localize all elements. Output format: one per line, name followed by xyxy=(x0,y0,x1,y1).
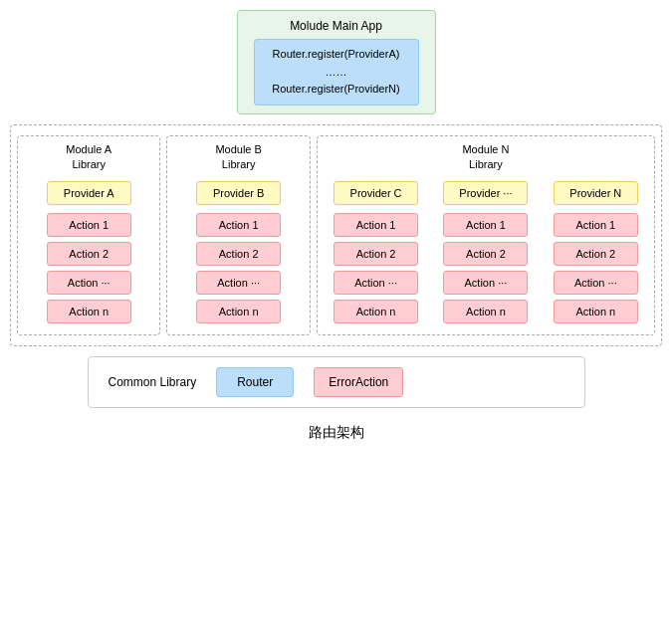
error-action-box: ErrorAction xyxy=(314,367,403,397)
provider-c-box: Provider C xyxy=(334,181,418,205)
provider-n-col: Provider N Action 1 Action 2 Action ··· … xyxy=(544,181,648,328)
module-b-action2: Action 2 xyxy=(196,242,281,266)
modules-section: Module ALibrary Provider A Action 1 Acti… xyxy=(10,124,662,346)
module-a-title: Module ALibrary xyxy=(66,142,112,173)
provider-dots-col: Provider ··· Action 1 Action 2 Action ··… xyxy=(433,181,538,328)
module-a-action2: Action 2 xyxy=(47,242,131,266)
router-box: Router xyxy=(216,367,294,397)
module-a-action-n: Action n xyxy=(47,300,131,323)
module-b-action-n: Action n xyxy=(196,300,281,323)
provider-c-action2: Action 2 xyxy=(334,242,418,266)
module-b-action-dots: Action ··· xyxy=(196,271,281,295)
provider-n-box: Provider N xyxy=(554,181,638,205)
provider-n-action2: Action 2 xyxy=(554,242,638,266)
provider-dots-action-n: Action n xyxy=(443,300,528,323)
provider-c-action-dots: Action ··· xyxy=(334,271,418,295)
module-n-providers: Provider C Action 1 Action 2 Action ··· … xyxy=(324,181,648,328)
provider-n-action1: Action 1 xyxy=(554,213,638,237)
common-library-label: Common Library xyxy=(109,375,197,389)
provider-c-action1: Action 1 xyxy=(334,213,418,237)
provider-dots-action-dots: Action ··· xyxy=(443,271,528,295)
module-b-title: Module BLibrary xyxy=(215,142,261,173)
router-register-a: Router.register(ProviderA) xyxy=(265,46,408,64)
common-library-section: Common Library Router ErrorAction xyxy=(88,356,585,408)
provider-c-col: Provider C Action 1 Action 2 Action ··· … xyxy=(324,181,428,328)
module-a-library: Module ALibrary Provider A Action 1 Acti… xyxy=(17,135,160,335)
module-a-action1: Action 1 xyxy=(47,213,131,237)
main-app-inner: Router.register(ProviderA) …… Router.reg… xyxy=(254,39,419,105)
provider-c-action-n: Action n xyxy=(334,300,418,323)
module-n-library: Module NLibrary Provider C Action 1 Acti… xyxy=(317,135,655,335)
main-app-container: Molude Main App Router.register(Provider… xyxy=(237,10,436,114)
main-app-box: Molude Main App Router.register(Provider… xyxy=(237,10,436,114)
provider-dots-box: Provider ··· xyxy=(443,181,528,205)
provider-dots-action1: Action 1 xyxy=(443,213,528,237)
page-title: 路由架构 xyxy=(309,424,364,442)
provider-dots-action2: Action 2 xyxy=(443,242,528,266)
provider-b-box: Provider B xyxy=(196,181,281,205)
router-register-dots: …… xyxy=(265,64,408,82)
main-app-title: Molude Main App xyxy=(254,19,419,33)
provider-a-box: Provider A xyxy=(47,181,131,205)
router-register-n: Router.register(ProviderN) xyxy=(265,81,408,99)
module-a-action-dots: Action ··· xyxy=(47,271,131,295)
module-b-action1: Action 1 xyxy=(196,213,281,237)
module-n-title: Module NLibrary xyxy=(462,142,509,173)
provider-n-action-n: Action n xyxy=(554,300,638,323)
module-b-library: Module BLibrary Provider B Action 1 Acti… xyxy=(166,135,310,335)
provider-n-action-dots: Action ··· xyxy=(554,271,638,295)
